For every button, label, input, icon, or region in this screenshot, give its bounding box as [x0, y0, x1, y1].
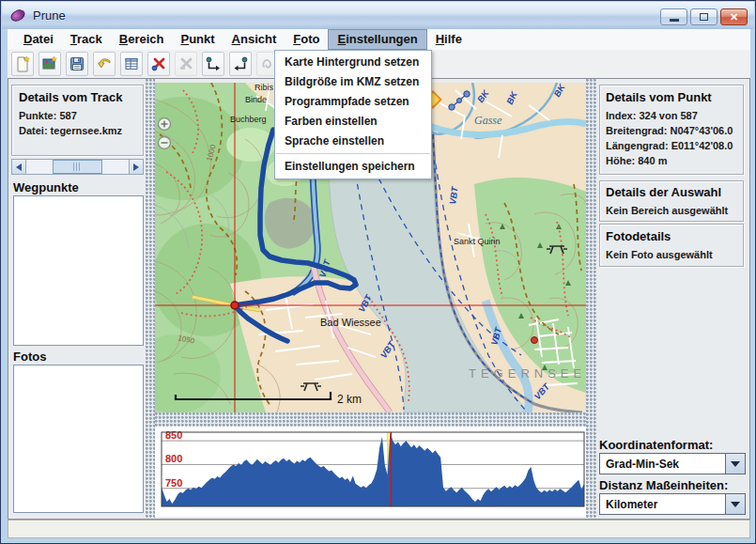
app-logo-icon — [8, 8, 26, 23]
new-file-button[interactable] — [11, 52, 34, 76]
map-label: Buchberg — [230, 115, 267, 124]
menu-item-einstellungen-speichern[interactable]: Einstellungen speichern — [275, 157, 431, 177]
menu-datei[interactable]: Datei — [15, 29, 62, 50]
scrollbar-thumb[interactable] — [53, 160, 101, 174]
elevation-profile[interactable]: 850800750 — [155, 427, 586, 517]
elevation-area — [162, 432, 584, 506]
map-label: Ribis — [255, 83, 274, 92]
track-points-count: Punkte: 587 — [19, 108, 136, 123]
point-longitude: Längengrad: E011°42'08.0 — [606, 138, 737, 153]
menu-item-karte-hintergrund[interactable]: Karte Hintergrund setzen — [275, 53, 431, 72]
menu-einstellungen[interactable]: Einstellungen — [328, 29, 426, 50]
scrollbar-track[interactable] — [26, 160, 129, 174]
titlebar[interactable]: Prune ✕ — [2, 2, 754, 29]
delete-range-button[interactable] — [175, 52, 197, 76]
minimize-icon — [670, 19, 679, 22]
map-label: TEGERNSEE — [469, 366, 586, 381]
maximize-button[interactable] — [690, 8, 717, 25]
menu-item-sprache[interactable]: Sprache einstellen — [275, 132, 431, 151]
save-file-button[interactable] — [66, 52, 88, 76]
save-file-icon — [69, 55, 85, 72]
map-zoom-out-button[interactable] — [159, 137, 171, 149]
range-start-icon — [205, 55, 222, 72]
point-details-panel: Details vom Punkt Index: 324 von 587 Bre… — [599, 85, 744, 175]
window-title: Prune — [33, 8, 66, 23]
undo-icon — [96, 55, 113, 72]
track-position-scrollbar[interactable] — [11, 159, 144, 175]
arrow-right-icon — [133, 163, 143, 171]
waypoints-label: Wegpunkte — [13, 180, 79, 194]
y-axis-tick: 750 — [165, 477, 182, 489]
poi-marker — [532, 337, 538, 344]
selection-status: Kein Bereich ausgewählt — [606, 203, 737, 218]
coord-format-select[interactable]: Grad-Min-Sek — [599, 453, 746, 474]
photos-label: Fotos — [13, 350, 46, 364]
map-zoom-in-button[interactable] — [159, 118, 171, 131]
menu-item-programmpfade[interactable]: Programmpfade setzen — [275, 92, 431, 112]
menu-punkt[interactable]: Punkt — [172, 29, 223, 50]
point-details-title: Details vom Punkt — [606, 90, 737, 104]
menu-separator — [276, 153, 430, 155]
waypoints-list[interactable] — [13, 195, 144, 346]
elevation-profile-panel: 850800750 — [155, 427, 586, 517]
selection-details-panel: Details der Auswahl Kein Bereich ausgewä… — [599, 180, 744, 222]
track-file-name: Datei: tegernsee.kmz — [19, 123, 136, 138]
scale-label: 2 km — [337, 393, 362, 406]
minimize-button[interactable] — [660, 8, 687, 25]
photo-status: Kein Foto ausgewählt — [606, 247, 737, 262]
coord-format-label: Koordinatenformat: — [599, 438, 713, 452]
undo-button[interactable] — [93, 52, 116, 76]
scrollbar-right-button[interactable] — [129, 160, 143, 174]
menu-track[interactable]: Track — [62, 29, 111, 50]
menu-item-farben[interactable]: Farben einstellen — [275, 112, 431, 132]
statusbar — [8, 520, 750, 538]
distance-units-dropdown-button[interactable] — [725, 494, 745, 514]
maximize-icon — [700, 13, 708, 21]
distance-units-value: Kilometer — [600, 494, 725, 514]
current-point-marker[interactable] — [231, 302, 239, 309]
point-index: Index: 324 von 587 — [606, 108, 737, 123]
einstellungen-menu-dropdown: Karte Hintergrund setzen Bildgröße im KM… — [274, 50, 432, 179]
map-label: Binde — [245, 95, 267, 104]
menu-item-bildgroesse-kmz[interactable]: Bildgröße im KMZ setzen — [275, 72, 431, 92]
chevron-down-icon — [731, 461, 740, 472]
right-splitter[interactable] — [586, 79, 597, 519]
menubar: Datei Track Bereich Punkt Ansicht Foto E… — [8, 29, 750, 50]
distance-units-label: Distanz Maßeinheiten: — [599, 478, 728, 492]
new-file-icon — [14, 55, 31, 72]
menu-foto[interactable]: Foto — [285, 29, 328, 50]
range-end-icon — [232, 55, 249, 72]
chevron-down-icon — [731, 502, 740, 512]
selection-details-title: Details der Auswahl — [606, 185, 737, 199]
left-splitter[interactable] — [146, 79, 155, 519]
scrollbar-left-button[interactable] — [12, 160, 26, 174]
distance-units-select[interactable]: Kilometer — [599, 493, 746, 515]
add-photo-icon — [41, 55, 58, 72]
edit-point-button[interactable] — [120, 52, 143, 76]
arrow-left-icon — [12, 163, 22, 171]
coord-format-value: Grad-Min-Sek — [600, 454, 725, 474]
add-photo-button[interactable] — [39, 52, 61, 76]
point-altitude: Höhe: 840 m — [606, 153, 737, 168]
menu-ansicht[interactable]: Ansicht — [224, 29, 285, 50]
coord-format-dropdown-button[interactable] — [725, 454, 745, 474]
photo-details-title: Fotodetails — [606, 229, 737, 243]
menu-hilfe[interactable]: Hilfe — [427, 29, 471, 50]
close-button[interactable]: ✕ — [720, 8, 748, 25]
menu-bereich[interactable]: Bereich — [111, 29, 173, 50]
track-details-panel: Details vom Track Punkte: 587 Datei: teg… — [11, 85, 144, 156]
map-label: Bad Wiessee — [320, 317, 381, 328]
track-details-title: Details vom Track — [19, 90, 136, 104]
app-window: Prune ✕ Datei Track Bereich Punkt Ansich… — [0, 0, 756, 544]
delete-range-icon — [177, 55, 194, 72]
range-start-button[interactable] — [202, 52, 224, 76]
photos-list[interactable] — [13, 365, 144, 513]
range-end-button[interactable] — [229, 52, 252, 76]
delete-point-button[interactable] — [147, 52, 170, 76]
y-axis-tick: 800 — [165, 453, 182, 464]
point-latitude: Breitengrad: N047°43'06.0 — [606, 123, 737, 138]
map-label: Sankt Quirin — [454, 237, 501, 246]
map-chart-splitter[interactable] — [155, 412, 586, 427]
y-axis-tick: 850 — [165, 429, 182, 441]
photo-details-panel: Fotodetails Kein Foto ausgewählt — [599, 224, 744, 267]
